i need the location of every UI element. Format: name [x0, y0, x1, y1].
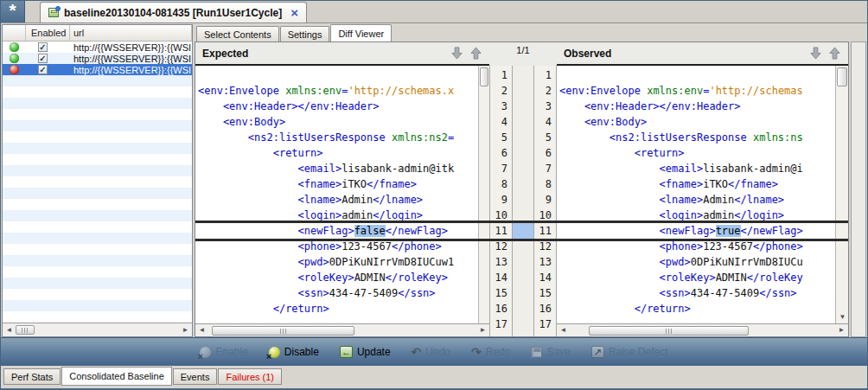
line-number: 11: [490, 223, 507, 239]
line-number: 3: [490, 99, 507, 114]
prev-diff-button[interactable]: [828, 47, 841, 60]
document-tab-strip: * baseline20130104-081435 [Run1User1Cycl…: [1, 1, 867, 23]
code-line: <newFlag>false</newFlag>: [198, 223, 478, 239]
status-cell: [3, 255, 26, 266]
status-cell: [3, 233, 26, 244]
table-row-empty: [3, 143, 192, 154]
line-number: 15: [534, 285, 552, 301]
disable-button[interactable]: ×Disable: [265, 344, 322, 360]
table-row-empty: [3, 154, 192, 165]
status-cell: [3, 109, 26, 120]
url-cell: [70, 311, 192, 323]
url-cell: [70, 98, 192, 109]
observed-code[interactable]: <env:Envelope xmlns:env='http://schemas …: [557, 66, 835, 323]
line-number: 9: [534, 192, 552, 208]
code-line: <pwd>0DPiKuNIrrVmD8IUCu: [559, 254, 835, 270]
table-row-empty: [3, 75, 192, 86]
scroll-right-icon[interactable]: ►: [476, 323, 489, 336]
scroll-right-icon[interactable]: ►: [179, 323, 192, 337]
status-red-icon: [10, 65, 19, 74]
app-menu-button[interactable]: *: [1, 0, 25, 22]
expected-vscrollbar[interactable]: [478, 66, 489, 323]
scrollbar-thumb[interactable]: [212, 326, 354, 336]
observed-vscrollbar[interactable]: ▼: [835, 66, 848, 323]
panel-scrollbar-track[interactable]: [851, 42, 866, 337]
scroll-left-icon[interactable]: ◄: [195, 323, 208, 336]
column-header-status[interactable]: [3, 25, 26, 41]
column-header-url[interactable]: url: [70, 25, 192, 41]
line-number: 7: [534, 161, 552, 176]
undo-button[interactable]: ↶Undo: [408, 344, 454, 360]
scrollbar-thumb[interactable]: [837, 67, 847, 86]
line-number: 5: [490, 130, 507, 145]
status-cell: [3, 176, 26, 188]
prev-diff-button[interactable]: [469, 47, 482, 60]
table-row[interactable]: ✓http://{{WSSERVER}}:{{WSI: [3, 64, 192, 75]
line-number: 9: [490, 192, 507, 208]
enabled-cell: [26, 143, 70, 154]
button-label: Undo: [425, 346, 450, 358]
table-row-empty: [3, 244, 192, 255]
enabled-checkbox[interactable]: ✓: [38, 65, 48, 74]
bottom-tab-consolidated-baseline[interactable]: Consolidated Baseline: [61, 367, 171, 386]
enabled-checkbox[interactable]: ✓: [38, 42, 48, 52]
observed-hscrollbar[interactable]: ◄ ►: [557, 323, 848, 336]
enabled-cell: ✓: [26, 64, 70, 75]
bottom-tab-events[interactable]: Events: [173, 368, 218, 385]
next-diff-button[interactable]: [450, 47, 463, 60]
table-row[interactable]: ✓http://{{WSSERVER}}:{{WSI: [3, 53, 192, 64]
table-row[interactable]: ✓http://{{WSSERVER}}:{{WSI: [3, 42, 192, 53]
bottom-tab-failures-1[interactable]: Failures (1): [218, 368, 282, 385]
disable-icon: ×: [269, 347, 280, 358]
line-number: 13: [534, 254, 552, 270]
save-button[interactable]: Save: [527, 344, 573, 360]
table-row-empty: [3, 86, 192, 98]
update-button[interactable]: ←Update: [336, 344, 394, 360]
expected-hscrollbar[interactable]: ◄ ►: [195, 323, 489, 336]
document-tab[interactable]: baseline20130104-081435 [Run1User1Cycle]…: [40, 2, 307, 22]
url-cell: [70, 165, 192, 176]
line-number: 1: [534, 67, 552, 83]
scrollbar-thumb[interactable]: [480, 67, 488, 86]
status-cell: [3, 188, 26, 199]
enabled-checkbox[interactable]: ✓: [38, 54, 48, 63]
code-line: <fname>iTKO</fname>: [198, 176, 478, 192]
code-line: <return>: [559, 145, 835, 161]
code-line: </return>: [559, 301, 835, 316]
line-gutter-right: 1234567891011121314151617: [533, 66, 557, 336]
bottom-tab-perf-stats[interactable]: Perf Stats: [3, 368, 61, 385]
enabled-cell: [26, 188, 70, 199]
url-cell: [70, 176, 192, 188]
tab-select-contents[interactable]: Select Contents: [196, 26, 279, 42]
code-line: [198, 316, 478, 323]
tab-diff-viewer[interactable]: Diff Viewer: [330, 24, 392, 42]
scrollbar-thumb[interactable]: [589, 326, 749, 336]
table-row-empty: [3, 188, 192, 199]
status-cell: [3, 289, 26, 300]
url-cell: [70, 143, 192, 154]
diff-header: Expected 1/1 Observed: [195, 42, 848, 66]
line-number: 5: [534, 130, 552, 145]
column-header-enabled[interactable]: Enabled: [26, 25, 70, 41]
tab-settings[interactable]: Settings: [280, 26, 330, 42]
redo-button[interactable]: ↷Redo: [468, 344, 514, 360]
code-line: <email>lisabank-admin@itk: [198, 161, 478, 176]
scroll-left-icon[interactable]: ◄: [3, 323, 16, 337]
next-diff-button[interactable]: [809, 47, 822, 60]
status-cell: [3, 143, 26, 154]
button-label: Disable: [284, 346, 319, 358]
close-icon[interactable]: ×: [290, 6, 298, 19]
enabled-cell: [26, 98, 70, 109]
expected-code[interactable]: <env:Envelope xmlns:env='http://schemas.…: [195, 66, 478, 323]
enable-button[interactable]: ×Enable: [196, 344, 251, 360]
line-number: 17: [490, 316, 507, 332]
scroll-right-icon[interactable]: ►: [835, 323, 848, 336]
table-row-empty: [3, 165, 192, 176]
scroll-left-icon[interactable]: ◄: [557, 323, 570, 336]
enabled-cell: [26, 255, 70, 266]
url-cell: [70, 154, 192, 165]
scroll-down-icon[interactable]: ▼: [836, 311, 848, 323]
table-hscrollbar[interactable]: ◄ ►: [3, 323, 192, 336]
scrollbar-thumb[interactable]: [16, 325, 35, 335]
raise-defect-button[interactable]: ↗Raise Defect: [588, 344, 672, 360]
